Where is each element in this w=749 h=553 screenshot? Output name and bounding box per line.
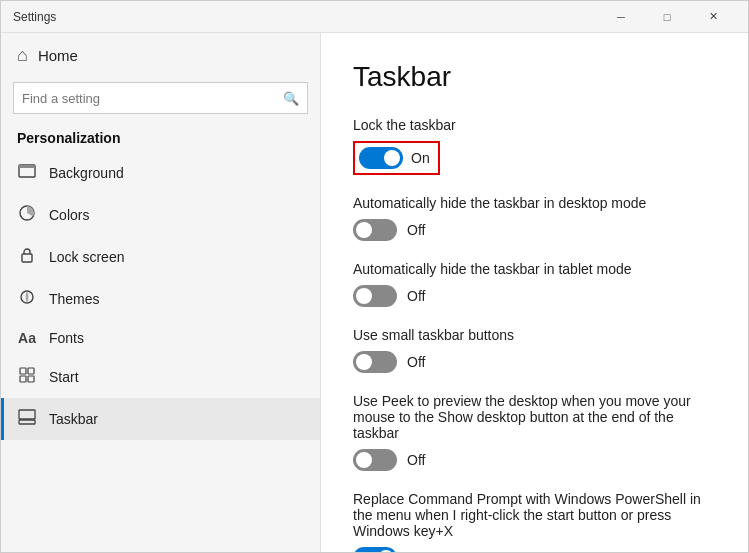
- svg-rect-8: [28, 376, 34, 382]
- svg-rect-1: [19, 165, 35, 168]
- setting-auto-hide-desktop: Automatically hide the taskbar in deskto…: [353, 195, 716, 241]
- setting-powershell: Replace Command Prompt with Windows Powe…: [353, 491, 716, 552]
- start-icon: [17, 366, 37, 388]
- toggle-knob-small-buttons: [356, 354, 372, 370]
- svg-rect-6: [28, 368, 34, 374]
- svg-rect-9: [19, 420, 35, 424]
- sidebar-item-themes[interactable]: Themes: [1, 278, 320, 320]
- title-bar: Settings ─ □ ✕: [1, 1, 748, 33]
- setting-peek: Use Peek to preview the desktop when you…: [353, 393, 716, 471]
- themes-icon: [17, 288, 37, 310]
- lock-screen-icon: [17, 246, 37, 268]
- toggle-row-auto-hide-tablet: Off: [353, 285, 716, 307]
- sidebar-item-label-background: Background: [49, 165, 124, 181]
- toggle-row-small-buttons: Off: [353, 351, 716, 373]
- search-box[interactable]: 🔍: [13, 82, 308, 114]
- toggle-row-powershell: On: [353, 547, 716, 552]
- toggle-state-auto-hide-desktop: Off: [407, 222, 425, 238]
- home-icon: ⌂: [17, 45, 28, 66]
- sidebar-home-label: Home: [38, 47, 78, 64]
- toggle-state-powershell: On: [407, 550, 426, 552]
- toggle-highlight-box: On: [353, 141, 440, 175]
- toggle-lock-taskbar[interactable]: [359, 147, 403, 169]
- settings-window: Settings ─ □ ✕ ⌂ Home 🔍 Personalization: [0, 0, 749, 553]
- window-controls: ─ □ ✕: [598, 1, 736, 33]
- sidebar-item-label-lock-screen: Lock screen: [49, 249, 124, 265]
- setting-label-small-buttons: Use small taskbar buttons: [353, 327, 716, 343]
- toggle-row-auto-hide-desktop: Off: [353, 219, 716, 241]
- close-button[interactable]: ✕: [690, 1, 736, 33]
- background-icon: [17, 162, 37, 184]
- toggle-knob-peek: [356, 452, 372, 468]
- toggle-row-peek: Off: [353, 449, 716, 471]
- sidebar-item-colors[interactable]: Colors: [1, 194, 320, 236]
- toggle-state-peek: Off: [407, 452, 425, 468]
- sidebar-item-label-colors: Colors: [49, 207, 89, 223]
- toggle-state-lock-taskbar: On: [411, 150, 430, 166]
- setting-auto-hide-tablet: Automatically hide the taskbar in tablet…: [353, 261, 716, 307]
- sidebar-item-label-themes: Themes: [49, 291, 100, 307]
- sidebar-item-taskbar[interactable]: Taskbar: [1, 398, 320, 440]
- setting-label-auto-hide-tablet: Automatically hide the taskbar in tablet…: [353, 261, 716, 277]
- search-icon: 🔍: [283, 91, 299, 106]
- sidebar-item-background[interactable]: Background: [1, 152, 320, 194]
- toggle-auto-hide-desktop[interactable]: [353, 219, 397, 241]
- toggle-powershell[interactable]: [353, 547, 397, 552]
- main-panel: Taskbar Lock the taskbar On Automaticall…: [321, 33, 748, 552]
- sidebar-item-label-taskbar: Taskbar: [49, 411, 98, 427]
- toggle-peek[interactable]: [353, 449, 397, 471]
- svg-rect-7: [20, 376, 26, 382]
- window-title: Settings: [13, 10, 598, 24]
- toggle-state-auto-hide-tablet: Off: [407, 288, 425, 304]
- toggle-knob-auto-hide-desktop: [356, 222, 372, 238]
- toggle-knob-lock-taskbar: [384, 150, 400, 166]
- sidebar-item-start[interactable]: Start: [1, 356, 320, 398]
- toggle-knob-auto-hide-tablet: [356, 288, 372, 304]
- svg-rect-5: [20, 368, 26, 374]
- setting-label-peek: Use Peek to preview the desktop when you…: [353, 393, 716, 441]
- toggle-knob-powershell: [378, 550, 394, 552]
- sidebar-home[interactable]: ⌂ Home: [1, 33, 320, 78]
- setting-small-buttons: Use small taskbar buttons Off: [353, 327, 716, 373]
- fonts-icon: Aa: [17, 330, 37, 346]
- search-input[interactable]: [22, 91, 283, 106]
- setting-label-lock-taskbar: Lock the taskbar: [353, 117, 716, 133]
- sidebar-item-fonts[interactable]: Aa Fonts: [1, 320, 320, 356]
- svg-rect-10: [19, 410, 35, 419]
- sidebar-item-label-start: Start: [49, 369, 79, 385]
- sidebar-item-lock-screen[interactable]: Lock screen: [1, 236, 320, 278]
- sidebar-section-title: Personalization: [1, 122, 320, 152]
- sidebar-item-label-fonts: Fonts: [49, 330, 84, 346]
- toggle-auto-hide-tablet[interactable]: [353, 285, 397, 307]
- toggle-small-buttons[interactable]: [353, 351, 397, 373]
- setting-label-powershell: Replace Command Prompt with Windows Powe…: [353, 491, 716, 539]
- sidebar: ⌂ Home 🔍 Personalization Background: [1, 33, 321, 552]
- setting-label-auto-hide-desktop: Automatically hide the taskbar in deskto…: [353, 195, 716, 211]
- colors-icon: [17, 204, 37, 226]
- minimize-button[interactable]: ─: [598, 1, 644, 33]
- setting-lock-taskbar: Lock the taskbar On: [353, 117, 716, 175]
- page-title: Taskbar: [353, 61, 716, 93]
- taskbar-icon: [17, 408, 37, 430]
- svg-rect-3: [22, 254, 32, 262]
- window-content: ⌂ Home 🔍 Personalization Background: [1, 33, 748, 552]
- toggle-state-small-buttons: Off: [407, 354, 425, 370]
- maximize-button[interactable]: □: [644, 1, 690, 33]
